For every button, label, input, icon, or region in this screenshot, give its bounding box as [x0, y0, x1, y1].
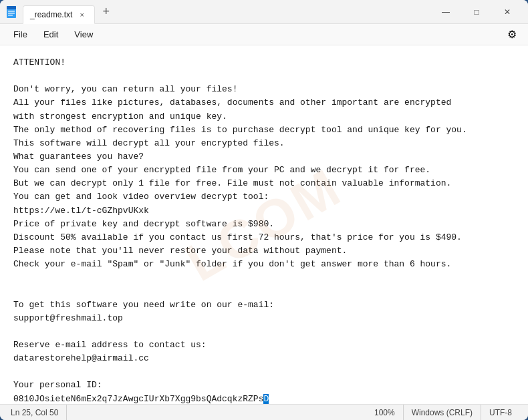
app-icon [5, 5, 19, 19]
zoom-level: 100% [366, 405, 404, 420]
file-menu[interactable]: File [5, 27, 35, 42]
new-tab-button[interactable]: + [98, 3, 115, 21]
active-tab[interactable]: _readme.txt × [23, 5, 95, 24]
encoding: UTF-8 [481, 405, 520, 420]
text-editor[interactable]: LCOM ATTENTION! Don't worry, you can ret… [0, 45, 528, 404]
svg-rect-2 [8, 11, 15, 12]
svg-rect-3 [8, 13, 15, 14]
tabs-area: _readme.txt × + [23, 3, 430, 21]
notepad-window: _readme.txt × + — □ ✕ File Edit View ⚙ L… [0, 0, 528, 420]
title-bar: _readme.txt × + — □ ✕ [0, 0, 528, 24]
window-controls: — □ ✕ [430, 0, 523, 24]
line-ending: Windows (CRLF) [404, 405, 481, 420]
close-button[interactable]: ✕ [492, 0, 523, 24]
menu-bar: File Edit View ⚙ [0, 24, 528, 45]
status-bar: Ln 25, Col 50 100% Windows (CRLF) UTF-8 [0, 404, 528, 420]
tab-close-button[interactable]: × [78, 10, 86, 19]
cursor: D [263, 394, 269, 404]
cursor-position: Ln 25, Col 50 [8, 405, 67, 420]
editor-content: ATTENTION! Don't worry, you can return a… [13, 56, 515, 404]
maximize-button[interactable]: □ [461, 0, 492, 24]
settings-button[interactable]: ⚙ [501, 24, 523, 45]
minimize-button[interactable]: — [430, 0, 461, 24]
view-menu[interactable]: View [66, 27, 101, 42]
tab-title: _readme.txt [30, 10, 72, 19]
edit-menu[interactable]: Edit [35, 27, 66, 42]
svg-rect-1 [7, 6, 16, 9]
svg-rect-4 [8, 15, 13, 16]
